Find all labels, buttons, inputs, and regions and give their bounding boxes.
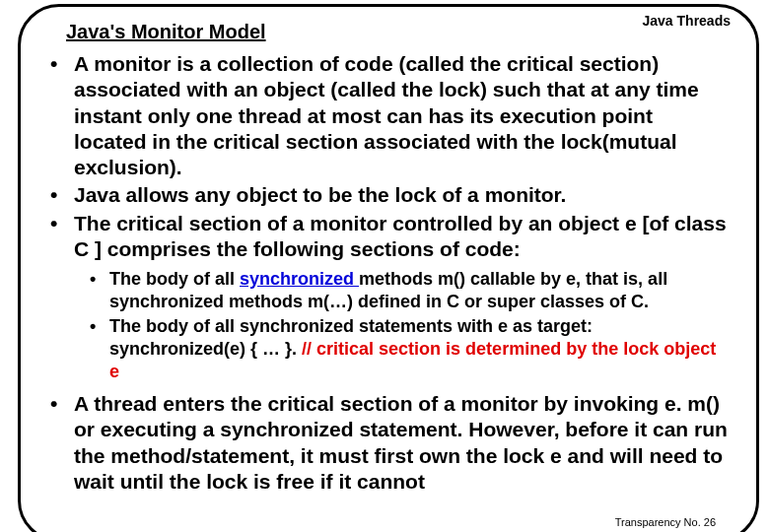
bullet-text: The critical section of a monitor contro… [74,212,727,260]
synchronized-keyword: synchronized [240,269,359,289]
bullet-text: Java allows any object to be the lock of… [74,183,566,206]
slide-title: Java's Monitor Model [66,21,266,43]
bullet-item: A monitor is a collection of code (calle… [46,51,731,180]
chapter-label: Java Threads [643,13,732,29]
slide-frame: Java's Monitor Model Java Threads A moni… [18,4,759,532]
header-row: Java's Monitor Model Java Threads [46,21,731,43]
bullet-list-level2: The body of all synchronized methods m()… [88,268,731,383]
bullet-item: Java allows any object to be the lock of… [46,182,731,208]
bullet-list-level1: A monitor is a collection of code (calle… [46,51,731,262]
bullet-item: A thread enters the critical section of … [46,391,731,495]
bullet-text: A thread enters the critical section of … [74,392,728,493]
bullet-sub-item: The body of all synchronized statements … [88,315,731,383]
bullet-text: A monitor is a collection of code (calle… [74,52,699,178]
bullet-sub-item: The body of all synchronized methods m()… [88,268,731,313]
page-number: Transparency No. 26 [615,516,716,528]
bullet-item: The critical section of a monitor contro… [46,211,731,263]
bullet-text: The body of all [109,269,240,289]
bullet-list-level1: A thread enters the critical section of … [46,391,731,495]
